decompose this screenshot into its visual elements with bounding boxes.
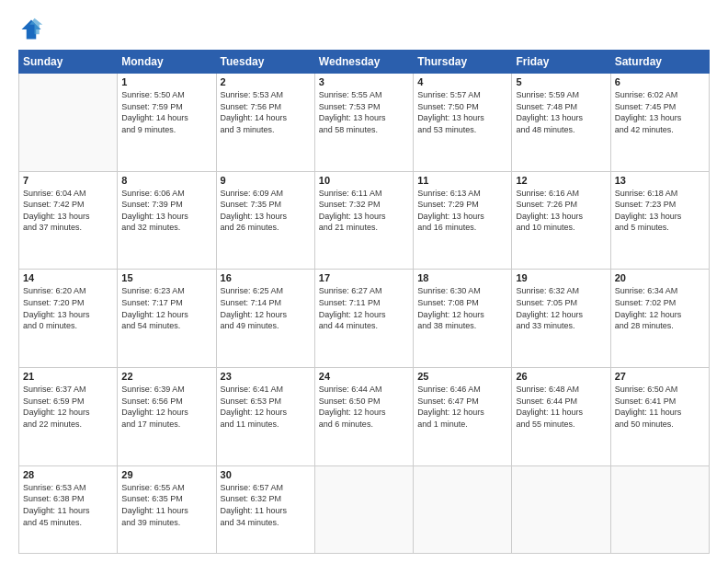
calendar-cell: 1Sunrise: 5:50 AM Sunset: 7:59 PM Daylig… [118,74,216,172]
day-info: Sunrise: 6:39 AM Sunset: 6:56 PM Dayligh… [121,384,211,430]
calendar-cell: 8Sunrise: 6:06 AM Sunset: 7:39 PM Daylig… [118,171,216,270]
day-info: Sunrise: 6:41 AM Sunset: 6:53 PM Dayligh… [221,384,311,430]
calendar-cell: 24Sunrise: 6:44 AM Sunset: 6:50 PM Dayli… [314,368,413,466]
day-number: 18 [417,272,507,283]
day-info: Sunrise: 6:46 AM Sunset: 6:47 PM Dayligh… [417,384,507,430]
day-info: Sunrise: 6:30 AM Sunset: 7:08 PM Dayligh… [417,285,507,331]
calendar-cell: 27Sunrise: 6:50 AM Sunset: 6:41 PM Dayli… [610,368,709,466]
day-number: 24 [319,371,409,382]
calendar-cell: 13Sunrise: 6:18 AM Sunset: 7:23 PM Dayli… [610,171,709,270]
day-info: Sunrise: 6:53 AM Sunset: 6:38 PM Dayligh… [23,482,113,528]
calendar-cell: 22Sunrise: 6:39 AM Sunset: 6:56 PM Dayli… [118,368,216,466]
calendar-cell: 6Sunrise: 6:02 AM Sunset: 7:45 PM Daylig… [610,74,709,172]
day-number: 23 [221,371,311,382]
day-info: Sunrise: 6:11 AM Sunset: 7:32 PM Dayligh… [319,188,409,234]
calendar-cell: 3Sunrise: 5:55 AM Sunset: 7:53 PM Daylig… [314,74,413,172]
day-number: 8 [121,175,211,186]
calendar-cell: 28Sunrise: 6:53 AM Sunset: 6:38 PM Dayli… [19,465,118,553]
calendar-cell: 15Sunrise: 6:23 AM Sunset: 7:17 PM Dayli… [118,270,216,368]
day-number: 25 [417,371,507,382]
logo-icon [18,17,44,42]
day-number: 19 [516,272,606,283]
calendar-table: SundayMondayTuesdayWednesdayThursdayFrid… [18,50,710,554]
day-number: 30 [221,469,311,480]
calendar-cell: 20Sunrise: 6:34 AM Sunset: 7:02 PM Dayli… [610,270,709,368]
calendar-cell: 26Sunrise: 6:48 AM Sunset: 6:44 PM Dayli… [512,368,610,466]
weekday-header-thursday: Thursday [414,51,512,74]
day-number: 29 [121,469,211,480]
day-number: 14 [23,272,113,283]
weekday-header-sunday: Sunday [19,51,118,74]
logo [18,17,48,42]
day-number: 13 [615,175,705,186]
day-number: 12 [516,175,606,186]
day-info: Sunrise: 6:34 AM Sunset: 7:02 PM Dayligh… [615,285,705,331]
day-info: Sunrise: 6:23 AM Sunset: 7:17 PM Dayligh… [121,285,211,331]
calendar-week-row: 14Sunrise: 6:20 AM Sunset: 7:20 PM Dayli… [19,270,710,368]
day-number: 1 [121,76,211,87]
day-number: 11 [417,175,507,186]
calendar-cell: 17Sunrise: 6:27 AM Sunset: 7:11 PM Dayli… [314,270,413,368]
calendar-cell: 10Sunrise: 6:11 AM Sunset: 7:32 PM Dayli… [314,171,413,270]
day-info: Sunrise: 6:13 AM Sunset: 7:29 PM Dayligh… [417,188,507,234]
calendar-cell: 21Sunrise: 6:37 AM Sunset: 6:59 PM Dayli… [19,368,118,466]
day-number: 27 [615,371,705,382]
calendar-cell: 30Sunrise: 6:57 AM Sunset: 6:32 PM Dayli… [216,465,314,553]
day-number: 15 [121,272,211,283]
day-number: 16 [221,272,311,283]
calendar-cell: 16Sunrise: 6:25 AM Sunset: 7:14 PM Dayli… [216,270,314,368]
calendar-week-row: 7Sunrise: 6:04 AM Sunset: 7:42 PM Daylig… [19,171,710,270]
header [18,17,710,42]
day-number: 26 [516,371,606,382]
day-info: Sunrise: 6:20 AM Sunset: 7:20 PM Dayligh… [23,285,113,331]
day-number: 21 [23,371,113,382]
day-info: Sunrise: 6:32 AM Sunset: 7:05 PM Dayligh… [516,285,606,331]
day-number: 22 [121,371,211,382]
day-info: Sunrise: 5:55 AM Sunset: 7:53 PM Dayligh… [319,89,409,135]
day-info: Sunrise: 5:53 AM Sunset: 7:56 PM Dayligh… [221,89,311,135]
day-number: 10 [319,175,409,186]
day-info: Sunrise: 6:27 AM Sunset: 7:11 PM Dayligh… [319,285,409,331]
calendar-week-row: 21Sunrise: 6:37 AM Sunset: 6:59 PM Dayli… [19,368,710,466]
calendar-cell: 29Sunrise: 6:55 AM Sunset: 6:35 PM Dayli… [118,465,216,553]
calendar-cell: 23Sunrise: 6:41 AM Sunset: 6:53 PM Dayli… [216,368,314,466]
calendar-cell [610,465,709,553]
day-number: 17 [319,272,409,283]
day-info: Sunrise: 6:57 AM Sunset: 6:32 PM Dayligh… [221,482,311,528]
calendar-cell: 4Sunrise: 5:57 AM Sunset: 7:50 PM Daylig… [414,74,512,172]
day-info: Sunrise: 6:02 AM Sunset: 7:45 PM Dayligh… [615,89,705,135]
calendar-cell [314,465,413,553]
weekday-header-tuesday: Tuesday [216,51,314,74]
weekday-header-saturday: Saturday [610,51,709,74]
calendar-cell: 14Sunrise: 6:20 AM Sunset: 7:20 PM Dayli… [19,270,118,368]
calendar-cell [19,74,118,172]
day-number: 20 [615,272,705,283]
day-info: Sunrise: 5:50 AM Sunset: 7:59 PM Dayligh… [121,89,211,135]
day-info: Sunrise: 6:44 AM Sunset: 6:50 PM Dayligh… [319,384,409,430]
day-number: 9 [221,175,311,186]
day-info: Sunrise: 5:57 AM Sunset: 7:50 PM Dayligh… [417,89,507,135]
calendar-cell: 18Sunrise: 6:30 AM Sunset: 7:08 PM Dayli… [414,270,512,368]
day-info: Sunrise: 6:37 AM Sunset: 6:59 PM Dayligh… [23,384,113,430]
day-info: Sunrise: 6:18 AM Sunset: 7:23 PM Dayligh… [615,188,705,234]
day-info: Sunrise: 6:04 AM Sunset: 7:42 PM Dayligh… [23,188,113,234]
day-number: 28 [23,469,113,480]
day-number: 6 [615,76,705,87]
day-info: Sunrise: 6:06 AM Sunset: 7:39 PM Dayligh… [121,188,211,234]
weekday-header-wednesday: Wednesday [314,51,413,74]
calendar-week-row: 28Sunrise: 6:53 AM Sunset: 6:38 PM Dayli… [19,465,710,553]
calendar-cell [414,465,512,553]
day-number: 5 [516,76,606,87]
weekday-header-monday: Monday [118,51,216,74]
calendar-cell: 12Sunrise: 6:16 AM Sunset: 7:26 PM Dayli… [512,171,610,270]
day-info: Sunrise: 6:25 AM Sunset: 7:14 PM Dayligh… [221,285,311,331]
day-number: 3 [319,76,409,87]
calendar-cell [512,465,610,553]
calendar-cell: 25Sunrise: 6:46 AM Sunset: 6:47 PM Dayli… [414,368,512,466]
weekday-header-row: SundayMondayTuesdayWednesdayThursdayFrid… [19,51,710,74]
calendar-cell: 9Sunrise: 6:09 AM Sunset: 7:35 PM Daylig… [216,171,314,270]
calendar-cell: 19Sunrise: 6:32 AM Sunset: 7:05 PM Dayli… [512,270,610,368]
day-info: Sunrise: 6:55 AM Sunset: 6:35 PM Dayligh… [121,482,211,528]
day-number: 4 [417,76,507,87]
day-info: Sunrise: 6:48 AM Sunset: 6:44 PM Dayligh… [516,384,606,430]
